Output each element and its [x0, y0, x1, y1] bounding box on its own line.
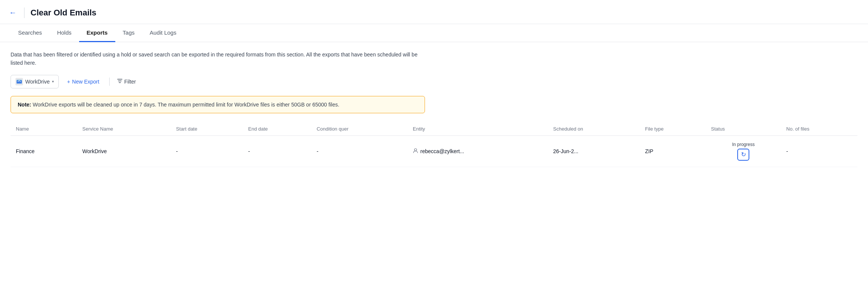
- cell-name: Finance: [11, 135, 77, 167]
- cell-no-of-files: -: [781, 135, 857, 167]
- col-end-date: End date: [243, 122, 312, 136]
- exports-table-container: Name Service Name Start date End date Co…: [11, 122, 857, 167]
- cell-scheduled-on: 26-Jun-2...: [548, 135, 640, 167]
- table-header-row: Name Service Name Start date End date Co…: [11, 122, 857, 136]
- filter-label: Filter: [124, 79, 136, 85]
- table-row: Finance WorkDrive - - -: [11, 135, 857, 167]
- note-prefix: Note:: [18, 102, 31, 108]
- tabs-bar: Searches Holds Exports Tags Audit Logs: [0, 24, 868, 42]
- col-service-name: Service Name: [77, 122, 171, 136]
- plus-icon: +: [67, 79, 70, 85]
- svg-point-2: [414, 149, 417, 151]
- col-no-of-files: No. of files: [781, 122, 857, 136]
- page-container: ← Clear Old Emails Searches Holds Export…: [0, 0, 868, 292]
- cell-start-date: -: [171, 135, 243, 167]
- col-start-date: Start date: [171, 122, 243, 136]
- col-entity: Entity: [408, 122, 548, 136]
- header-divider: [24, 8, 24, 18]
- refresh-icon: ↻: [741, 151, 746, 158]
- note-box: Note: WorkDrive exports will be cleaned …: [11, 96, 425, 113]
- col-status: Status: [706, 122, 781, 136]
- status-label: In progress: [732, 142, 755, 147]
- tab-exports[interactable]: Exports: [79, 24, 115, 42]
- cell-entity: rebecca@zylkert...: [408, 135, 548, 167]
- exports-table: Name Service Name Start date End date Co…: [11, 122, 857, 167]
- col-file-type: File type: [640, 122, 706, 136]
- workdrive-label: WorkDrive: [25, 79, 50, 85]
- tab-searches[interactable]: Searches: [11, 24, 49, 42]
- toolbar: WorkDrive ▾ + New Export Filter: [11, 75, 857, 88]
- page-title: Clear Old Emails: [31, 8, 96, 18]
- entity-cell: rebecca@zylkert...: [413, 148, 542, 154]
- new-export-button[interactable]: + New Export: [62, 76, 105, 87]
- header: ← Clear Old Emails: [0, 0, 868, 24]
- tab-holds[interactable]: Holds: [49, 24, 79, 42]
- col-name: Name: [11, 122, 77, 136]
- cell-condition-query: -: [311, 135, 407, 167]
- svg-rect-1: [17, 81, 22, 84]
- back-button[interactable]: ←: [8, 7, 18, 18]
- cell-service-name: WorkDrive: [77, 135, 171, 167]
- cell-file-type: ZIP: [640, 135, 706, 167]
- filter-icon: [117, 78, 122, 85]
- col-scheduled-on: Scheduled on: [548, 122, 640, 136]
- toolbar-divider: [109, 78, 110, 86]
- cell-end-date: -: [243, 135, 312, 167]
- col-condition-query: Condition quer: [311, 122, 407, 136]
- chevron-down-icon: ▾: [52, 79, 54, 84]
- description-text: Data that has been filtered or identifie…: [11, 50, 425, 67]
- refresh-button[interactable]: ↻: [737, 149, 749, 161]
- entity-email: rebecca@zylkert...: [420, 148, 464, 154]
- workdrive-icon: [15, 78, 23, 85]
- status-cell: In progress ↻: [711, 142, 776, 161]
- workdrive-button[interactable]: WorkDrive ▾: [11, 75, 59, 88]
- tab-audit-logs[interactable]: Audit Logs: [142, 24, 184, 42]
- new-export-label: New Export: [72, 79, 99, 85]
- back-icon: ←: [9, 8, 17, 17]
- user-icon: [413, 148, 418, 154]
- filter-button[interactable]: Filter: [113, 76, 141, 87]
- note-content: WorkDrive exports will be cleaned up onc…: [33, 102, 339, 108]
- tab-tags[interactable]: Tags: [115, 24, 142, 42]
- main-content: Data that has been filtered or identifie…: [0, 42, 868, 175]
- cell-status: In progress ↻: [706, 135, 781, 167]
